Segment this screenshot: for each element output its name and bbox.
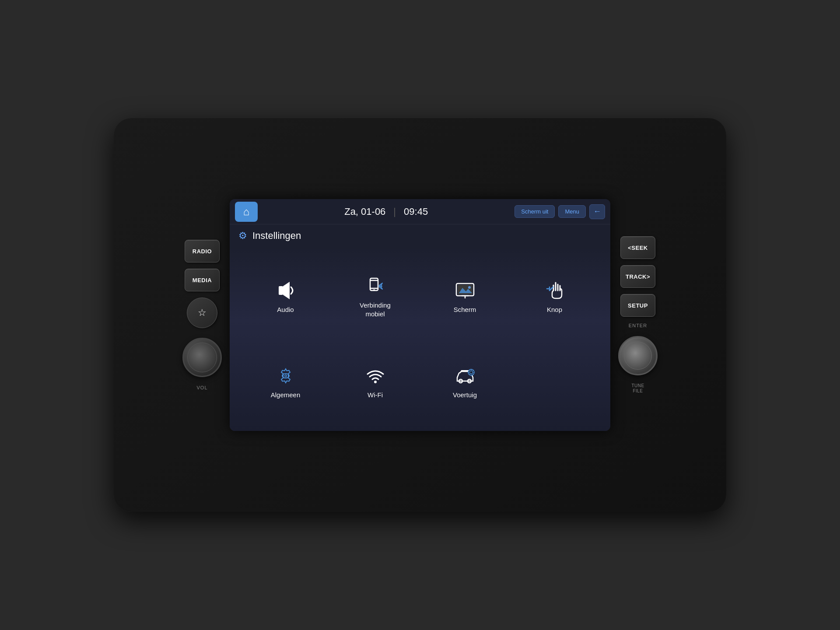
wifi-icon — [364, 364, 387, 387]
title-bar: ⚙ Instellingen — [230, 224, 610, 247]
scherm-label: Scherm — [454, 305, 476, 314]
home-icon: ⌂ — [243, 206, 250, 218]
settings-icon: ⚙ — [238, 230, 247, 242]
svg-line-28 — [472, 374, 473, 374]
vol-label: VOL — [196, 385, 207, 390]
tune-label: TUNEFILE — [631, 383, 644, 394]
verbinding-icon — [364, 275, 387, 298]
datetime-display: Za, 01-06 | 09:45 — [258, 206, 514, 217]
favorite-button[interactable]: ☆ — [187, 298, 217, 328]
media-button[interactable]: MEDIA — [185, 269, 220, 291]
screen-off-button[interactable]: Scherm uit — [514, 205, 555, 218]
track-button[interactable]: TRACK> — [620, 265, 655, 288]
verbinding-item[interactable]: Verbindingmobiel — [332, 256, 418, 337]
voertuig-label: Voertuig — [453, 391, 477, 399]
home-button[interactable]: ⌂ — [235, 202, 258, 222]
audio-label: Audio — [277, 305, 294, 314]
infotainment-screen: ⌂ Za, 01-06 | 09:45 Scherm uit Menu ← ⚙ … — [230, 199, 610, 431]
enter-label: ENTER — [629, 323, 647, 328]
header-right-buttons: Scherm uit Menu ← — [514, 204, 605, 219]
scherm-item[interactable]: Scherm — [422, 256, 508, 337]
wifi-item[interactable]: Wi-Fi — [332, 341, 418, 422]
scherm-icon — [454, 279, 476, 302]
header-bar: ⌂ Za, 01-06 | 09:45 Scherm uit Menu ← — [230, 199, 610, 224]
svg-rect-0 — [279, 286, 283, 295]
svg-point-17 — [285, 375, 286, 376]
svg-marker-1 — [283, 282, 290, 299]
seek-button[interactable]: <SEEK — [620, 236, 655, 259]
voertuig-icon — [454, 364, 476, 387]
radio-button[interactable]: RADIO — [185, 240, 220, 262]
empty-slot — [512, 341, 597, 422]
time-display: 09:45 — [404, 206, 428, 217]
algemeen-item[interactable]: Algemeen — [243, 341, 328, 422]
svg-line-30 — [472, 370, 473, 371]
settings-grid: Audio Verbindingmobiel — [230, 247, 610, 431]
car-infotainment-unit: RADIO MEDIA ☆ VOL ⌂ Za, 01-06 | 09:45 Sc… — [114, 118, 726, 512]
setup-button[interactable]: SETUP — [620, 294, 655, 317]
volume-knob[interactable] — [182, 338, 222, 377]
svg-point-11 — [468, 286, 471, 289]
right-button-panel: <SEEK TRACK> SETUP ENTER TUNEFILE — [618, 236, 658, 394]
svg-line-29 — [469, 374, 469, 374]
svg-point-18 — [374, 381, 377, 383]
date-display: Za, 01-06 — [344, 206, 385, 217]
audio-icon — [274, 279, 297, 302]
wifi-label: Wi-Fi — [368, 391, 383, 399]
datetime-divider: | — [393, 206, 396, 217]
audio-item[interactable]: Audio — [243, 256, 328, 337]
enter-knob[interactable] — [618, 336, 658, 375]
back-button[interactable]: ← — [589, 204, 605, 219]
knop-label: Knop — [547, 305, 562, 314]
knop-icon — [543, 279, 566, 302]
voertuig-item[interactable]: Voertuig — [422, 341, 508, 422]
knop-item[interactable]: Knop — [512, 256, 597, 337]
menu-button[interactable]: Menu — [558, 205, 586, 218]
svg-line-27 — [469, 370, 469, 371]
verbinding-label: Verbindingmobiel — [360, 301, 391, 318]
algemeen-icon — [274, 364, 297, 387]
left-button-panel: RADIO MEDIA ☆ VOL — [182, 240, 222, 390]
svg-point-5 — [373, 289, 374, 290]
page-title: Instellingen — [252, 230, 301, 242]
algemeen-label: Algemeen — [271, 391, 301, 399]
